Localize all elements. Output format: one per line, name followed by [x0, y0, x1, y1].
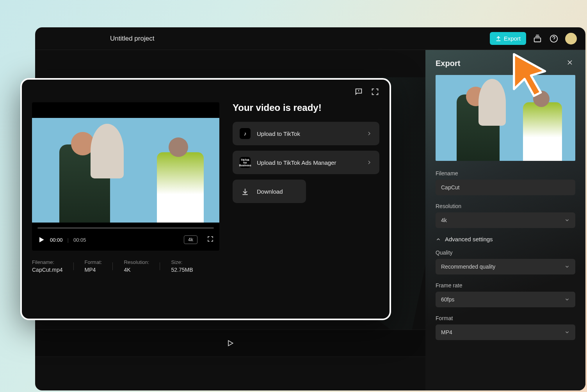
topbar: Untitled project Export [35, 27, 585, 50]
meta-format-label: Format: [85, 259, 102, 265]
export-metadata: Filename:CapCut.mp4 Format:MP4 Resolutio… [32, 259, 219, 273]
projects-icon[interactable] [532, 34, 543, 44]
export-panel: Export Filename CapCut Resolution 4k Adv… [425, 50, 585, 390]
time-display: 00:00 | 00:05 [50, 237, 86, 243]
meta-format-value: MP4 [85, 267, 102, 273]
meta-filename-value: CapCut.mp4 [32, 267, 63, 273]
chevron-down-icon [564, 217, 570, 223]
format-label: Format [436, 315, 575, 321]
chevron-right-icon [366, 130, 372, 137]
chevron-up-icon [436, 237, 441, 242]
quality-select[interactable]: Recommended quality [436, 259, 575, 274]
scrubber[interactable] [37, 227, 214, 229]
play-icon[interactable] [226, 339, 234, 347]
export-panel-title: Export [436, 59, 460, 68]
fullscreen-icon[interactable] [207, 235, 214, 244]
tiktok-business-icon: TikTokfor Business [240, 157, 251, 168]
svg-rect-0 [534, 38, 541, 42]
framerate-label: Frame rate [436, 282, 575, 289]
project-title: Untitled project [110, 35, 154, 43]
help-icon[interactable] [549, 34, 559, 44]
meta-filename-label: Filename: [32, 259, 63, 265]
export-button[interactable]: Export [490, 32, 526, 45]
play-icon[interactable] [37, 236, 45, 244]
download-icon [240, 186, 251, 197]
video-frame [32, 118, 219, 223]
avatar[interactable] [565, 33, 577, 45]
filename-field[interactable]: CapCut [436, 180, 575, 195]
resolution-badge[interactable]: 4k [184, 235, 197, 244]
resolution-select[interactable]: 4k [436, 212, 575, 228]
tiktok-icon: ♪ [240, 128, 251, 139]
resolution-label: Resolution [436, 203, 575, 209]
ready-title: Your video is ready! [233, 102, 379, 113]
meta-resolution-label: Resolution: [124, 259, 149, 265]
chevron-down-icon [564, 297, 570, 302]
framerate-select[interactable]: 60fps [436, 292, 575, 307]
export-preview-thumbnail [436, 75, 575, 161]
feedback-icon[interactable] [354, 87, 363, 98]
format-select[interactable]: MP4 [436, 324, 575, 340]
topbar-actions: Export [490, 32, 577, 45]
download-button[interactable]: Download [233, 180, 306, 203]
chevron-right-icon [366, 159, 372, 166]
chevron-down-icon [564, 264, 570, 269]
meta-resolution-value: 4K [124, 267, 149, 273]
timeline-playbar [35, 330, 425, 357]
upload-icon [495, 36, 502, 42]
video-player: 00:00 | 00:05 4k Filename:CapCut.mp4 For… [32, 102, 219, 273]
meta-size-label: Size: [171, 259, 193, 265]
meta-size-value: 52.75MB [171, 267, 193, 273]
quality-label: Quality [436, 249, 575, 256]
close-icon[interactable] [566, 59, 575, 68]
upload-tiktok-button[interactable]: ♪ Upload to TikTok [233, 122, 379, 145]
expand-icon[interactable] [371, 87, 379, 98]
chevron-down-icon [564, 330, 570, 335]
advanced-settings-toggle[interactable]: Advanced settings [436, 236, 575, 242]
upload-tiktok-ads-button[interactable]: TikTokfor Business Upload to TikTok Ads … [233, 151, 379, 174]
export-button-label: Export [504, 35, 521, 42]
filename-label: Filename [436, 170, 575, 176]
video-ready-modal: 00:00 | 00:05 4k Filename:CapCut.mp4 For… [20, 78, 391, 320]
